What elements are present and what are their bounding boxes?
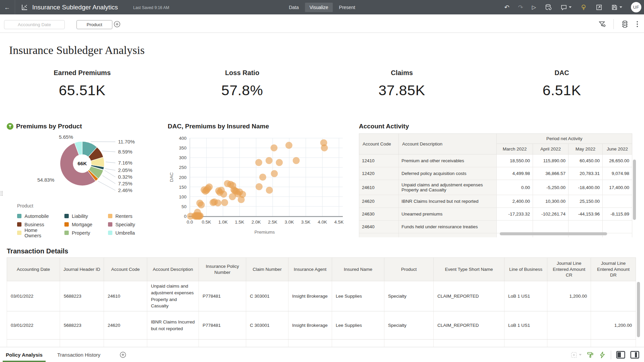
value-cell[interactable]: -5,250.00 — [533, 180, 569, 195]
value-cell[interactable] — [591, 281, 636, 311]
tab-present[interactable]: Present — [334, 3, 360, 12]
table-row[interactable]: 24620IBNR Claims Incurred but not report… — [359, 195, 632, 208]
value-cell[interactable]: P778481 — [199, 311, 246, 340]
legend-item-property[interactable]: Property — [64, 230, 90, 236]
column-header[interactable]: Journal Header ID — [60, 258, 104, 281]
value-cell[interactable]: 24620 — [104, 311, 147, 340]
column-header[interactable]: Line of Business — [504, 258, 547, 281]
value-cell[interactable]: Carl's Marina — [332, 340, 384, 347]
legend-item-automobile[interactable]: Automobile — [17, 214, 49, 219]
value-cell[interactable]: -44,153.96 — [569, 208, 603, 221]
value-cell[interactable]: Insight Brokerage — [288, 281, 332, 311]
value-cell[interactable]: 2,400.00 — [497, 195, 533, 208]
value-cell[interactable]: Deferred policy acquisition costs — [147, 340, 199, 347]
scatter-point[interactable] — [266, 157, 273, 164]
add-filter-button[interactable] — [113, 20, 121, 28]
value-cell[interactable]: LoB 1 US1 — [504, 340, 547, 347]
user-avatar[interactable]: UF — [631, 2, 641, 12]
scatter-point[interactable] — [285, 142, 292, 149]
column-header[interactable]: Event Type Short Name — [434, 258, 504, 281]
back-button[interactable]: ← — [0, 0, 14, 14]
row-header-cell[interactable]: IBNR Claims Incurred but not reported — [399, 195, 497, 208]
scatter-point[interactable] — [321, 144, 328, 152]
legend-item-home-owners[interactable]: Home Owners — [17, 228, 41, 238]
horizontal-scrollbar[interactable] — [500, 232, 607, 235]
scatter-point[interactable] — [194, 209, 201, 216]
column-header[interactable]: Account Description — [147, 258, 199, 281]
column-header[interactable]: Account Code — [359, 134, 399, 155]
value-cell[interactable]: IBNR Claims Incurred but not reported — [147, 311, 199, 340]
table-row[interactable]: 12410Premium and other receivables18,550… — [359, 155, 632, 167]
value-cell[interactable]: 26,650.00 — [603, 155, 632, 167]
legend-item-liability[interactable]: Liability — [64, 214, 88, 219]
value-cell[interactable]: 20,783.31 — [569, 167, 603, 180]
scatter-point[interactable] — [256, 183, 263, 190]
column-header[interactable]: June 2022 — [603, 144, 632, 155]
scatter-point[interactable] — [259, 174, 266, 181]
value-cell[interactable]: P6028475 — [199, 340, 246, 347]
donut-chart[interactable]: 11.70%8.59%7.16%2.05%0.32%7.25%2.46%54.8… — [7, 131, 161, 202]
value-cell[interactable]: 1,200.00 — [547, 281, 591, 311]
filter-product[interactable]: Product — [76, 20, 112, 29]
scatter-point[interactable] — [271, 170, 278, 177]
tab-visualize[interactable]: Visualize — [305, 3, 333, 12]
table-row[interactable]: 03/01/2022568831112420Deferred policy ac… — [7, 340, 636, 347]
value-cell[interactable] — [246, 340, 288, 347]
value-cell[interactable] — [497, 221, 533, 233]
row-header-cell[interactable]: 24640 — [359, 221, 399, 233]
value-cell[interactable]: 18,550.00 — [497, 155, 533, 167]
row-header-cell[interactable]: 48100 — [359, 233, 399, 238]
column-header[interactable]: Account Description — [399, 134, 497, 155]
layout-right-panel-icon[interactable] — [630, 351, 639, 359]
table-row[interactable]: 24610Unpaid claims and adjustment expens… — [359, 180, 632, 195]
legend-item-specialty[interactable]: Specialty — [108, 222, 135, 227]
row-header-cell[interactable]: Unpaid claims and adjustment expenses Pr… — [399, 180, 497, 195]
value-cell[interactable]: Specialty — [384, 340, 434, 347]
filter-options-icon[interactable] — [598, 20, 607, 28]
vertical-scrollbar[interactable] — [637, 282, 640, 337]
column-header[interactable]: Product — [384, 258, 434, 281]
value-cell[interactable]: 12420 — [104, 340, 147, 347]
scatter-point[interactable] — [255, 159, 262, 166]
column-header[interactable]: Accounting Date — [7, 258, 60, 281]
value-cell[interactable] — [533, 221, 569, 233]
table-row[interactable]: 12420Deferred policy acquisition costs4,… — [359, 167, 632, 180]
value-cell[interactable]: 03/01/2022 — [7, 281, 60, 311]
column-header[interactable]: Account Code — [104, 258, 147, 281]
vertical-scrollbar[interactable] — [633, 160, 636, 220]
scatter-point[interactable] — [293, 157, 300, 164]
kpi-loss-ratio[interactable]: Loss Ratio 57.8% — [168, 69, 316, 99]
value-cell[interactable]: COMMISSION_PMNT — [434, 340, 504, 347]
value-cell[interactable]: Specialty — [384, 281, 434, 311]
row-header-cell[interactable]: Earned Premiums — [399, 233, 497, 238]
filter-accounting-date[interactable]: Accounting Date — [4, 20, 65, 29]
column-header[interactable]: Insurance Agent — [288, 258, 332, 281]
value-cell[interactable]: 03/01/2022 — [7, 340, 60, 347]
panel-resize-handle[interactable] — [1, 191, 3, 196]
refresh-data-icon[interactable] — [545, 4, 552, 11]
column-header[interactable]: Insured Name — [332, 258, 384, 281]
scatter-point[interactable] — [276, 159, 283, 166]
table-row[interactable]: 24630Unearned premiums-17,233.32-102,261… — [359, 208, 632, 221]
scatter-point[interactable] — [220, 191, 227, 198]
value-cell[interactable]: 5688311 — [60, 340, 104, 347]
scatter-point[interactable] — [239, 191, 246, 198]
export-button[interactable] — [596, 4, 602, 11]
value-cell[interactable]: LoB 1 US1 — [504, 311, 547, 340]
scatter-point[interactable] — [221, 199, 228, 206]
legend-item-umbrella[interactable]: Umbrella — [108, 230, 135, 236]
preview-play-button[interactable]: ▷ — [532, 5, 536, 10]
value-cell[interactable]: 24610 — [104, 281, 147, 311]
value-cell[interactable] — [547, 311, 591, 340]
canvas-tab-transaction-history[interactable]: Transaction History — [54, 347, 104, 362]
viz-account-activity[interactable]: Account Activity Account Code Account De… — [359, 123, 641, 237]
row-header-cell[interactable]: 24620 — [359, 195, 399, 208]
value-cell[interactable]: 1,200.00 — [591, 311, 636, 340]
column-header[interactable]: Claim Number — [246, 258, 288, 281]
value-cell[interactable]: CLAIM_REPORTED — [434, 311, 504, 340]
value-cell[interactable]: 0.00 — [497, 180, 533, 195]
canvas-style-brush-icon[interactable] — [587, 351, 594, 359]
account-activity-table[interactable]: Account Code Account Description Period … — [359, 133, 632, 237]
column-header[interactable]: May 2022 — [569, 144, 603, 155]
column-header[interactable]: Journal Line Entered Amount CR — [547, 258, 591, 281]
